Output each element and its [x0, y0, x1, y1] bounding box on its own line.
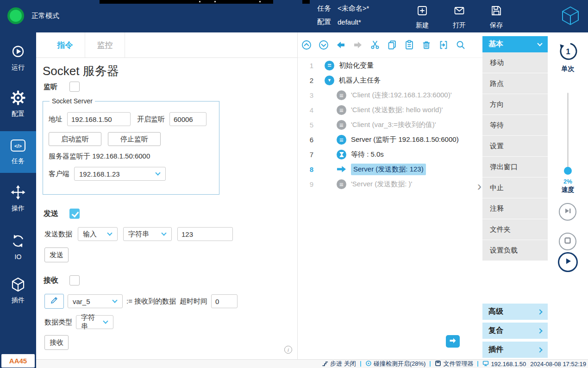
step-next-button[interactable]: [559, 203, 576, 221]
robot-mode: 正常模式: [7, 7, 59, 24]
robot-id-badge[interactable]: AA45: [1, 354, 35, 368]
delete-icon[interactable]: [420, 39, 432, 51]
copy-icon[interactable]: [386, 39, 398, 51]
timeout-input[interactable]: [211, 294, 238, 308]
program-line-1[interactable]: 1 初始化变量: [298, 58, 482, 73]
speed-slider-track[interactable]: [567, 93, 569, 172]
undo-icon[interactable]: [335, 39, 347, 51]
program-line-6[interactable]: 6 Server (监听于 192.168.1.50:6000): [298, 132, 482, 147]
send-data-row: 发送数据 输入 字符串: [44, 227, 233, 241]
palette-item-popup[interactable]: 弹出窗口: [482, 157, 548, 178]
receive-button[interactable]: 接收: [44, 335, 69, 350]
open-button[interactable]: 打开: [444, 5, 474, 30]
program-line-5[interactable]: 5 'Client (var_3:=接收到的值)': [298, 117, 482, 132]
program-line-7[interactable]: 7 等待 : 5.0s: [298, 147, 482, 162]
palette-group-composite[interactable]: 复合: [482, 323, 548, 339]
code-icon: </>: [10, 139, 26, 154]
insert-icon[interactable]: [438, 39, 450, 51]
palette-item-direction[interactable]: 方向: [482, 94, 548, 115]
info-icon[interactable]: [284, 346, 292, 354]
palette-group-plugin[interactable]: 插件: [482, 342, 548, 358]
palette-group-advanced[interactable]: 高级: [482, 304, 548, 320]
single-run-icon: 1: [558, 41, 578, 63]
client-select[interactable]: 192.168.1.23: [74, 167, 166, 181]
sidebar-item-operate[interactable]: 操作: [0, 184, 36, 214]
save-button[interactable]: 保存: [482, 5, 511, 30]
sidebar-item-run[interactable]: 运行: [0, 43, 36, 73]
wait-icon: [337, 150, 346, 159]
palette-item-payload[interactable]: 设置负载: [482, 240, 548, 261]
mode-status-indicator[interactable]: [7, 7, 24, 24]
palette-header-basic[interactable]: 基本: [482, 36, 548, 52]
palette-item-waypoint[interactable]: 路点: [482, 73, 548, 94]
program-line-4[interactable]: 4 'Client (发送数据: hello world)': [298, 102, 482, 117]
mode-label: 正常模式: [31, 12, 59, 20]
config-name-value[interactable]: default*: [338, 18, 361, 26]
chevron-down-icon: [103, 318, 108, 324]
sidebar-item-config[interactable]: 配置: [0, 89, 36, 120]
listen-checkbox[interactable]: [69, 82, 80, 92]
send-data-input[interactable]: [177, 227, 233, 241]
datatype-select[interactable]: 字符串: [76, 315, 113, 329]
palette-item-comment[interactable]: 注释: [482, 198, 548, 219]
palette-item-set[interactable]: 设置: [482, 136, 548, 157]
search-icon[interactable]: [455, 39, 467, 51]
pencil-icon: [50, 296, 59, 307]
redo-icon[interactable]: [352, 39, 364, 51]
start-listen-button[interactable]: 启动监听: [49, 132, 101, 146]
send-data-label: 发送数据: [44, 230, 72, 239]
program-line-3[interactable]: 3 'Client (连接:192.168.1.23:6000)': [298, 88, 482, 102]
program-line-9[interactable]: 9 'Server (发送数据: )': [298, 177, 482, 191]
receive-variable-select[interactable]: var_5: [68, 294, 123, 308]
address-input[interactable]: [67, 112, 131, 126]
cut-icon[interactable]: [369, 39, 381, 51]
stop-button[interactable]: [559, 233, 576, 250]
program-line-2[interactable]: 2 机器人主任务: [298, 73, 482, 88]
send-type-select[interactable]: 字符串: [123, 227, 172, 241]
listen-row: 监听: [44, 82, 80, 92]
panel-expander-chevron[interactable]: [477, 182, 482, 191]
page-title: Socket 服务器: [43, 63, 119, 79]
tab-instruction[interactable]: 指令: [45, 32, 85, 57]
edit-variable-button[interactable]: [44, 294, 64, 309]
sidebar-item-task[interactable]: </> 任务: [0, 131, 36, 173]
task-name-value[interactable]: <未命名>*: [338, 4, 369, 13]
status-separator: [360, 361, 361, 367]
sidebar-item-plugin[interactable]: 插件: [0, 275, 36, 306]
palette-item-abort[interactable]: 中止: [482, 178, 548, 198]
single-run-control[interactable]: 1 单次: [548, 41, 588, 73]
send-button[interactable]: 发送: [44, 247, 69, 262]
io-icon: [11, 234, 25, 250]
receive-config-row: var_5 := 接收到的数据 超时时间: [44, 294, 238, 309]
send-label: 发送: [44, 209, 58, 219]
sidebar-item-io[interactable]: IO: [0, 232, 36, 262]
paste-icon[interactable]: [403, 39, 415, 51]
network-status[interactable]: 192.168.1.50: [482, 360, 526, 368]
sidebar: 运行 配置 </> 任务 操作 IO: [0, 32, 36, 368]
program-line-8[interactable]: 8 Server (发送数据: 123): [298, 162, 482, 177]
collision-status[interactable]: 碰撞检测开启(28%): [365, 360, 426, 368]
stop-listen-button[interactable]: 停止监听: [108, 132, 161, 146]
expand-all-icon[interactable]: [318, 39, 330, 51]
port-input[interactable]: [169, 112, 206, 126]
speed-slider-thumb[interactable]: [564, 167, 572, 175]
palette-item-folder[interactable]: 文件夹: [482, 219, 548, 240]
send-source-select[interactable]: 输入: [78, 227, 118, 241]
collapse-all-icon[interactable]: [300, 39, 313, 51]
jump-to-line-button[interactable]: [446, 335, 460, 348]
chevron-down-icon: [161, 230, 166, 235]
play-button[interactable]: [558, 252, 578, 272]
speed-value: 2%: [548, 178, 588, 185]
task-label: 任务: [317, 4, 331, 13]
server-status-text: 服务器监听于 192.168.1.50:6000: [49, 152, 150, 161]
send-checkbox[interactable]: [69, 209, 80, 219]
palette-item-move[interactable]: 移动: [482, 52, 548, 73]
port-label: 开启监听: [137, 115, 165, 124]
tab-monitor[interactable]: 监控: [85, 32, 125, 57]
file-manager-status[interactable]: 文件管理器: [435, 360, 473, 368]
palette-item-wait[interactable]: 等待: [482, 115, 548, 136]
receive-checkbox[interactable]: [69, 275, 80, 286]
step-mode-status[interactable]: 步进 关闭: [322, 360, 356, 368]
new-button[interactable]: 新建: [407, 5, 437, 30]
comment-icon: [337, 179, 346, 189]
